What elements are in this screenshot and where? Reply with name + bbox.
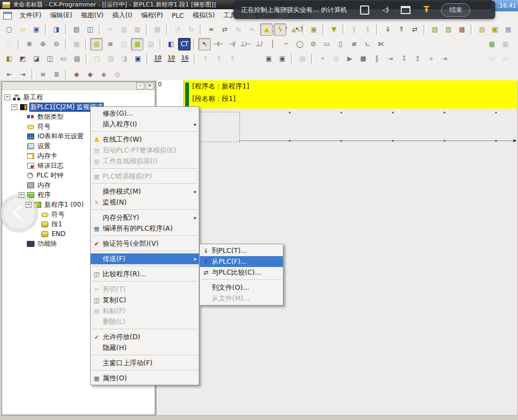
select-tool-icon[interactable]: ↖ (198, 38, 211, 50)
instruction-icon[interactable]: ▭ (320, 38, 333, 50)
tree-item-0[interactable]: 新工程 (2, 92, 155, 102)
bookmark-clear-icon[interactable]: ◇ (111, 68, 123, 81)
menu-item-10[interactable]: ϟ监视(N) (91, 197, 199, 208)
work-online-icon[interactable]: ▲ (260, 23, 273, 36)
menu-item-1[interactable]: ⇑从PLC(F)... (200, 256, 283, 267)
compile-all-icon[interactable]: ▨ (442, 23, 454, 36)
menubar-item-1[interactable]: 编辑(E) (46, 9, 77, 22)
bookmark-next-icon[interactable]: ◆ (84, 68, 96, 81)
rung-comment-icon[interactable]: ▤ (90, 38, 103, 50)
menu-item-19[interactable]: ◫比较程序(R)... (91, 269, 199, 279)
menu-item-17[interactable]: 传送(F) (91, 253, 199, 264)
print-icon[interactable]: ▤ (70, 23, 83, 36)
vertical-line-icon[interactable]: │ (266, 38, 279, 50)
coil-nc-icon[interactable]: ⊘ (307, 38, 319, 50)
symbols-window-icon[interactable]: ◫ (43, 53, 56, 65)
dm-view-icon[interactable]: ▣ (131, 53, 144, 65)
horizontal-line-icon[interactable]: ─ (280, 38, 292, 50)
zoom-out-icon[interactable]: ⊖ (50, 38, 62, 50)
menu-item-1[interactable]: 插入程序(I) (91, 119, 199, 130)
sim-stop-icon[interactable]: ■ (357, 53, 369, 65)
io-comment-icon[interactable]: ▭ (57, 53, 70, 65)
upload-from-plc-icon[interactable]: ⇑ (395, 23, 407, 36)
monitor-signed-decimal-icon[interactable]: 10 (165, 53, 178, 65)
menu-item-27[interactable]: 隐藏(H) (91, 342, 199, 353)
panel-dock-button[interactable]: - (136, 82, 144, 90)
monitor-data-icon[interactable]: ▦ (502, 23, 514, 36)
menu-item-4[interactable]: 到文件(O)... (200, 282, 283, 293)
sim-scan-run-icon[interactable]: ⇥ (438, 53, 451, 65)
pou-icon[interactable]: ▩ (485, 38, 498, 50)
menubar-item-2[interactable]: 视图(V) (77, 9, 108, 22)
contact-or-nc-icon[interactable]: ⊥∕ (252, 38, 265, 50)
compare-with-plc-icon[interactable]: ⇄ (408, 23, 421, 36)
ladder-view-icon[interactable]: ▦ (131, 38, 143, 50)
menu-item-2[interactable]: ⇄与PLC比较(C)... (200, 267, 283, 278)
open-file-icon[interactable]: ▱ (16, 23, 29, 36)
bookmark-prev-icon[interactable]: ◈ (97, 68, 110, 81)
delete-tool-icon[interactable]: ⋉ (375, 38, 387, 50)
menu-item-22[interactable]: ◫复制(C) (91, 295, 199, 306)
end-remote-button[interactable]: 结束 (441, 3, 470, 17)
annotate-icon[interactable] (424, 5, 429, 15)
mnemonics-window-icon[interactable]: ◪ (30, 53, 42, 65)
indent-right-icon[interactable]: ⇥ (16, 68, 29, 81)
monitor-hex-icon[interactable]: 16 (179, 53, 191, 65)
diagram-window-icon[interactable]: ◩ (16, 53, 29, 65)
sim-step-in-icon[interactable]: ↧ (397, 53, 410, 65)
replace-icon[interactable]: ⇄ (218, 23, 231, 36)
check-program-icon[interactable]: ▲ (287, 23, 300, 36)
menu-item-31[interactable]: ▦属性(O) (91, 373, 199, 384)
save-icon[interactable]: ▣ (30, 23, 42, 36)
io-table-button-icon[interactable]: ▤ (476, 23, 488, 36)
sim-continuous-step-icon[interactable]: » (425, 53, 437, 65)
invert-icon[interactable]: ≢ (348, 38, 360, 50)
menu-item-12[interactable]: 内存分配(Y) (91, 212, 199, 223)
online-edit-icon[interactable]: ▣ (307, 23, 320, 36)
tree-item-label[interactable]: 功能块 (36, 239, 58, 249)
menu-item-26[interactable]: 允许停放(D) (91, 332, 199, 342)
smart-input-icon[interactable]: ◧ (165, 38, 177, 50)
transfer-settings-icon[interactable]: ▣ (276, 53, 288, 65)
collapse-icon[interactable] (4, 94, 10, 100)
verify-icon[interactable]: ▩ (456, 23, 468, 36)
find-replace-icon[interactable]: ◨ (50, 23, 62, 36)
ct-view-icon[interactable]: CT (178, 38, 191, 50)
menu-item-0[interactable]: 修改(G)... (91, 108, 199, 119)
tree-item-label[interactable]: 内存卡 (36, 151, 58, 161)
tree-item-label[interactable]: 段1 (50, 220, 64, 229)
monitor-mode-icon[interactable]: ϟ (274, 23, 286, 36)
menubar-item-4[interactable]: 编程(P) (137, 9, 168, 22)
menu-item-9[interactable]: 操作模式(M) (91, 186, 199, 197)
block-outline-icon[interactable]: ≣ (50, 68, 62, 81)
window-toggle-icon[interactable] (401, 6, 410, 14)
fullscreen-icon[interactable] (360, 5, 369, 15)
sim-pause-icon[interactable]: ‖ (370, 53, 383, 65)
tree-item-label[interactable]: 新程序1 (00) (43, 200, 85, 209)
tree-item-label[interactable]: 符号 (36, 122, 52, 131)
download-to-plc-icon[interactable]: ⇓ (381, 23, 394, 36)
document-window-icon[interactable] (3, 12, 12, 20)
angle-icon[interactable]: ∟ (361, 38, 374, 50)
transfer-warning-icon[interactable]: ▼ (327, 23, 340, 36)
menu-item-29[interactable]: 主窗口上浮动(F) (91, 358, 199, 368)
find-icon[interactable]: ∞ (205, 23, 217, 36)
zoom-reset-icon[interactable]: ⊗ (23, 38, 35, 50)
menubar-item-6[interactable]: 模拟(S) (188, 9, 219, 22)
tree-item-label[interactable]: 错误日志 (36, 161, 65, 170)
compile-icon[interactable]: ▧ (428, 23, 441, 36)
instruction-nc-icon[interactable]: ▯ (334, 38, 346, 50)
coil-icon[interactable]: ◯ (293, 38, 306, 50)
panel-close-button[interactable]: × (146, 82, 154, 90)
monitor-decimal-icon[interactable]: 10 (151, 53, 164, 65)
new-file-icon[interactable]: ▢ (3, 23, 15, 36)
menubar-item-3[interactable]: 插入(I) (108, 9, 137, 22)
tree-item-label[interactable]: 符号 (50, 210, 66, 219)
sim-step-run-icon[interactable]: ⇥ (384, 53, 396, 65)
contact-no-icon[interactable]: ⊣⊢ (212, 38, 224, 50)
rung-properties-icon[interactable]: ▤ (71, 53, 83, 65)
tree-item-label[interactable]: END (50, 230, 67, 238)
menu-item-3[interactable]: 在线工作(W) (91, 134, 199, 145)
contact-or-no-icon[interactable]: ⊥⊢ (239, 38, 251, 50)
symbol-list-icon[interactable]: ≡ (104, 38, 116, 50)
